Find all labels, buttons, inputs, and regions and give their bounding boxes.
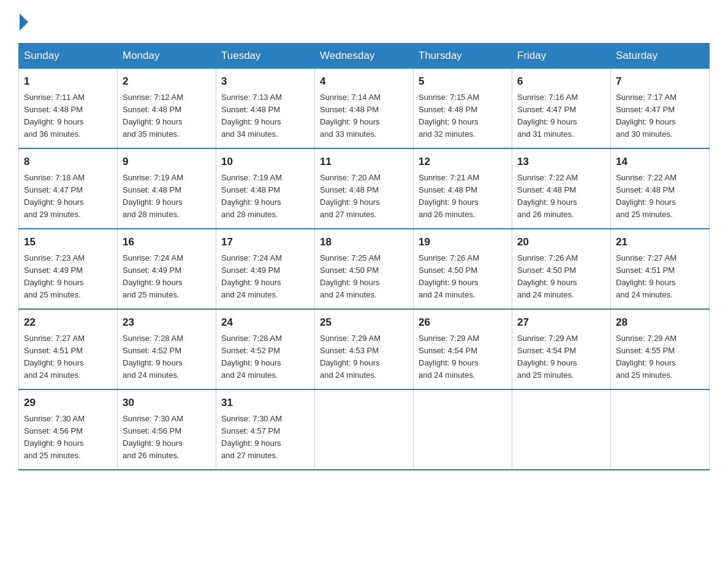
calendar-header-thursday: Thursday	[414, 44, 512, 69]
calendar-cell: 15 Sunrise: 7:23 AMSunset: 4:49 PMDaylig…	[19, 229, 118, 309]
day-info: Sunrise: 7:21 AMSunset: 4:48 PMDaylight:…	[419, 173, 479, 219]
day-number: 9	[123, 154, 211, 170]
day-info: Sunrise: 7:26 AMSunset: 4:50 PMDaylight:…	[517, 253, 578, 299]
day-info: Sunrise: 7:13 AMSunset: 4:48 PMDaylight:…	[221, 93, 282, 139]
calendar-header-sunday: Sunday	[19, 44, 118, 69]
calendar-cell: 29 Sunrise: 7:30 AMSunset: 4:56 PMDaylig…	[19, 389, 118, 470]
calendar-header-tuesday: Tuesday	[216, 44, 315, 69]
day-info: Sunrise: 7:29 AMSunset: 4:54 PMDaylight:…	[419, 334, 479, 380]
logo-triangle-icon	[20, 13, 28, 31]
calendar-table: SundayMondayTuesdayWednesdayThursdayFrid…	[18, 43, 710, 470]
calendar-cell: 20 Sunrise: 7:26 AMSunset: 4:50 PMDaylig…	[512, 229, 611, 309]
day-info: Sunrise: 7:19 AMSunset: 4:48 PMDaylight:…	[221, 173, 282, 219]
calendar-cell: 7 Sunrise: 7:17 AMSunset: 4:47 PMDayligh…	[611, 69, 710, 149]
day-info: Sunrise: 7:27 AMSunset: 4:51 PMDaylight:…	[24, 334, 85, 380]
day-info: Sunrise: 7:24 AMSunset: 4:49 PMDaylight:…	[221, 253, 282, 299]
day-info: Sunrise: 7:14 AMSunset: 4:48 PMDaylight:…	[320, 93, 381, 139]
day-info: Sunrise: 7:28 AMSunset: 4:52 PMDaylight:…	[123, 334, 183, 380]
day-info: Sunrise: 7:20 AMSunset: 4:48 PMDaylight:…	[320, 173, 381, 219]
day-number: 2	[123, 74, 211, 90]
day-number: 28	[616, 315, 704, 331]
calendar-header-wednesday: Wednesday	[315, 44, 414, 69]
day-info: Sunrise: 7:29 AMSunset: 4:53 PMDaylight:…	[320, 334, 381, 380]
day-info: Sunrise: 7:18 AMSunset: 4:47 PMDaylight:…	[24, 173, 85, 219]
calendar-cell: 3 Sunrise: 7:13 AMSunset: 4:48 PMDayligh…	[216, 69, 315, 149]
calendar-cell: 8 Sunrise: 7:18 AMSunset: 4:47 PMDayligh…	[19, 148, 118, 229]
day-number: 13	[517, 154, 605, 170]
calendar-cell: 1 Sunrise: 7:11 AMSunset: 4:48 PMDayligh…	[19, 69, 118, 149]
logo	[18, 12, 31, 31]
calendar-cell: 31 Sunrise: 7:30 AMSunset: 4:57 PMDaylig…	[216, 389, 315, 470]
day-number: 21	[616, 234, 704, 250]
day-number: 25	[320, 315, 408, 331]
calendar-cell: 18 Sunrise: 7:25 AMSunset: 4:50 PMDaylig…	[315, 229, 414, 309]
day-info: Sunrise: 7:22 AMSunset: 4:48 PMDaylight:…	[616, 173, 677, 219]
calendar-cell: 2 Sunrise: 7:12 AMSunset: 4:48 PMDayligh…	[118, 69, 216, 149]
calendar-week-row: 29 Sunrise: 7:30 AMSunset: 4:56 PMDaylig…	[19, 389, 710, 470]
calendar-cell: 17 Sunrise: 7:24 AMSunset: 4:49 PMDaylig…	[216, 229, 315, 309]
day-number: 23	[123, 315, 211, 331]
day-number: 6	[517, 74, 605, 90]
calendar-cell: 25 Sunrise: 7:29 AMSunset: 4:53 PMDaylig…	[315, 309, 414, 389]
calendar-cell: 6 Sunrise: 7:16 AMSunset: 4:47 PMDayligh…	[512, 69, 611, 149]
calendar-week-row: 15 Sunrise: 7:23 AMSunset: 4:49 PMDaylig…	[19, 229, 710, 309]
calendar-cell: 16 Sunrise: 7:24 AMSunset: 4:49 PMDaylig…	[118, 229, 216, 309]
calendar-cell: 27 Sunrise: 7:29 AMSunset: 4:54 PMDaylig…	[512, 309, 611, 389]
calendar-cell: 10 Sunrise: 7:19 AMSunset: 4:48 PMDaylig…	[216, 148, 315, 229]
calendar-header-friday: Friday	[512, 44, 611, 69]
page-header	[18, 12, 710, 31]
day-info: Sunrise: 7:30 AMSunset: 4:57 PMDaylight:…	[221, 414, 282, 460]
day-info: Sunrise: 7:25 AMSunset: 4:50 PMDaylight:…	[320, 253, 381, 299]
day-info: Sunrise: 7:15 AMSunset: 4:48 PMDaylight:…	[419, 93, 479, 139]
day-info: Sunrise: 7:28 AMSunset: 4:52 PMDaylight:…	[221, 334, 282, 380]
calendar-cell: 13 Sunrise: 7:22 AMSunset: 4:48 PMDaylig…	[512, 148, 611, 229]
calendar-week-row: 22 Sunrise: 7:27 AMSunset: 4:51 PMDaylig…	[19, 309, 710, 389]
day-number: 18	[320, 234, 408, 250]
day-info: Sunrise: 7:12 AMSunset: 4:48 PMDaylight:…	[123, 93, 183, 139]
day-info: Sunrise: 7:23 AMSunset: 4:49 PMDaylight:…	[24, 253, 85, 299]
calendar-cell: 19 Sunrise: 7:26 AMSunset: 4:50 PMDaylig…	[414, 229, 512, 309]
day-number: 27	[517, 315, 605, 331]
day-number: 10	[221, 154, 309, 170]
calendar-week-row: 8 Sunrise: 7:18 AMSunset: 4:47 PMDayligh…	[19, 148, 710, 229]
calendar-cell: 24 Sunrise: 7:28 AMSunset: 4:52 PMDaylig…	[216, 309, 315, 389]
calendar-cell: 4 Sunrise: 7:14 AMSunset: 4:48 PMDayligh…	[315, 69, 414, 149]
calendar-cell: 12 Sunrise: 7:21 AMSunset: 4:48 PMDaylig…	[414, 148, 512, 229]
day-info: Sunrise: 7:26 AMSunset: 4:50 PMDaylight:…	[419, 253, 479, 299]
day-number: 1	[24, 74, 112, 90]
calendar-cell: 22 Sunrise: 7:27 AMSunset: 4:51 PMDaylig…	[19, 309, 118, 389]
calendar-cell: 30 Sunrise: 7:30 AMSunset: 4:56 PMDaylig…	[118, 389, 216, 470]
calendar-cell: 9 Sunrise: 7:19 AMSunset: 4:48 PMDayligh…	[118, 148, 216, 229]
day-number: 14	[616, 154, 704, 170]
day-number: 17	[221, 234, 309, 250]
calendar-cell	[315, 389, 414, 470]
calendar-cell: 5 Sunrise: 7:15 AMSunset: 4:48 PMDayligh…	[414, 69, 512, 149]
day-info: Sunrise: 7:29 AMSunset: 4:55 PMDaylight:…	[616, 334, 677, 380]
calendar-cell: 21 Sunrise: 7:27 AMSunset: 4:51 PMDaylig…	[611, 229, 710, 309]
day-number: 7	[616, 74, 704, 90]
day-number: 4	[320, 74, 408, 90]
day-info: Sunrise: 7:29 AMSunset: 4:54 PMDaylight:…	[517, 334, 578, 380]
calendar-week-row: 1 Sunrise: 7:11 AMSunset: 4:48 PMDayligh…	[19, 69, 710, 149]
day-number: 20	[517, 234, 605, 250]
day-number: 5	[419, 74, 507, 90]
calendar-cell: 11 Sunrise: 7:20 AMSunset: 4:48 PMDaylig…	[315, 148, 414, 229]
day-number: 11	[320, 154, 408, 170]
day-number: 16	[123, 234, 211, 250]
calendar-cell	[414, 389, 512, 470]
day-number: 12	[419, 154, 507, 170]
day-info: Sunrise: 7:11 AMSunset: 4:48 PMDaylight:…	[24, 93, 85, 139]
day-number: 31	[221, 395, 309, 411]
day-number: 29	[24, 395, 112, 411]
day-number: 3	[221, 74, 309, 90]
calendar-cell: 23 Sunrise: 7:28 AMSunset: 4:52 PMDaylig…	[118, 309, 216, 389]
day-info: Sunrise: 7:24 AMSunset: 4:49 PMDaylight:…	[123, 253, 183, 299]
calendar-header-row: SundayMondayTuesdayWednesdayThursdayFrid…	[19, 44, 710, 69]
day-number: 22	[24, 315, 112, 331]
calendar-cell	[611, 389, 710, 470]
calendar-cell	[512, 389, 611, 470]
day-number: 19	[419, 234, 507, 250]
day-number: 15	[24, 234, 112, 250]
day-number: 8	[24, 154, 112, 170]
calendar-cell: 14 Sunrise: 7:22 AMSunset: 4:48 PMDaylig…	[611, 148, 710, 229]
